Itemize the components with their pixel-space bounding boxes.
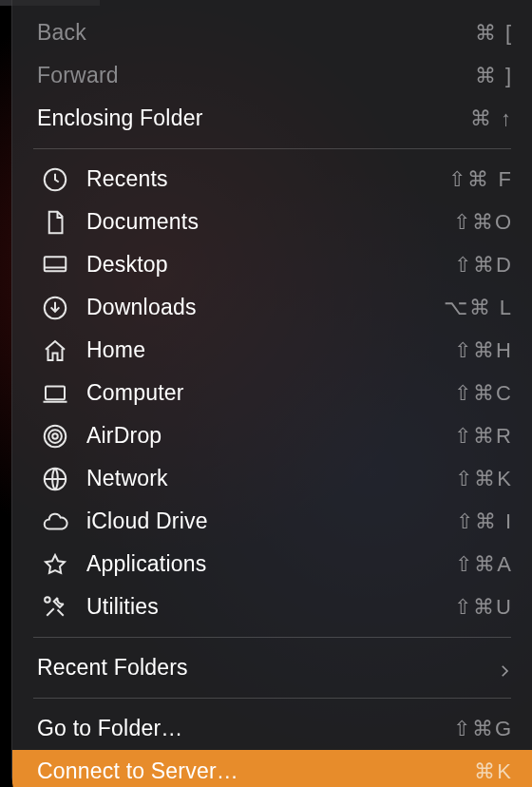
menu-item-downloads[interactable]: Downloads ⌥⌘ L (12, 286, 532, 329)
applications-icon (41, 550, 69, 579)
menu-item-airdrop[interactable]: AirDrop ⇧⌘R (12, 414, 532, 457)
airdrop-icon (41, 422, 69, 451)
svg-point-4 (52, 433, 58, 439)
home-icon (41, 336, 69, 365)
menu-shortcut: ⇧⌘A (455, 552, 513, 577)
menu-shortcut: ⌥⌘ L (444, 296, 513, 320)
menu-label-forward: Forward (37, 63, 475, 88)
network-icon (41, 465, 69, 493)
menu-label-back: Back (37, 20, 475, 46)
menu-item-go-to-folder[interactable]: Go to Folder… ⇧⌘G (12, 707, 532, 750)
menu-shortcut-goto: ⇧⌘G (453, 717, 513, 741)
download-icon (41, 294, 69, 322)
menu-separator (33, 698, 511, 699)
menu-label-recent-folders: Recent Folders (37, 655, 496, 681)
menu-label: AirDrop (86, 423, 454, 449)
menu-label: Documents (86, 209, 453, 235)
menu-label: Applications (86, 551, 455, 577)
menu-shortcut-forward: ⌘ ] (475, 64, 513, 88)
menu-item-recent-folders[interactable]: Recent Folders (12, 646, 532, 689)
menu-label: Computer (86, 380, 454, 406)
chevron-right-icon (496, 660, 513, 677)
svg-rect-1 (45, 257, 66, 271)
desktop-icon (41, 251, 69, 279)
menu-shortcut: ⇧⌘R (454, 424, 513, 449)
menu-item-desktop[interactable]: Desktop ⇧⌘D (12, 243, 532, 286)
menu-label: iCloud Drive (86, 509, 456, 534)
menu-label: Home (86, 337, 454, 363)
menu-separator (33, 148, 511, 149)
menu-shortcut-back: ⌘ [ (475, 21, 513, 46)
menu-item-back: Back ⌘ [ (12, 11, 532, 54)
menu-label: Network (86, 466, 455, 491)
menu-shortcut: ⇧⌘D (454, 253, 513, 278)
utilities-icon (41, 593, 69, 622)
clock-icon (41, 165, 69, 194)
menu-shortcut: ⇧⌘ I (456, 509, 513, 534)
menu-item-computer[interactable]: Computer ⇧⌘C (12, 372, 532, 414)
menu-item-network[interactable]: Network ⇧⌘K (12, 457, 532, 500)
menu-item-forward: Forward ⌘ ] (12, 54, 532, 97)
menu-item-icloud[interactable]: iCloud Drive ⇧⌘ I (12, 500, 532, 543)
menu-separator (33, 637, 511, 638)
menu-shortcut: ⇧⌘ F (448, 167, 513, 192)
menu-label: Utilities (86, 594, 454, 620)
menu-item-connect-to-server[interactable]: Connect to Server… ⌘K (12, 750, 532, 787)
menu-item-utilities[interactable]: Utilities ⇧⌘U (12, 585, 532, 628)
menu-shortcut: ⇧⌘O (453, 210, 513, 235)
menu-label: Desktop (86, 252, 454, 278)
go-menu-panel: Back ⌘ [ Forward ⌘ ] Enclosing Folder ⌘ … (11, 0, 532, 787)
menu-label-connect: Connect to Server… (37, 758, 474, 784)
menu-label: Recents (86, 166, 448, 192)
document-icon (41, 208, 69, 237)
svg-point-5 (48, 430, 62, 443)
menu-item-recents[interactable]: Recents ⇧⌘ F (12, 158, 532, 201)
svg-point-8 (45, 597, 50, 603)
menu-shortcut: ⇧⌘K (455, 467, 513, 491)
computer-icon (41, 379, 69, 408)
menu-item-enclosing-folder[interactable]: Enclosing Folder ⌘ ↑ (12, 97, 532, 140)
menu-shortcut-enclosing: ⌘ ↑ (470, 106, 513, 131)
menu-label: Downloads (86, 295, 444, 320)
menu-item-documents[interactable]: Documents ⇧⌘O (12, 201, 532, 243)
svg-rect-3 (46, 386, 65, 399)
menu-item-home[interactable]: Home ⇧⌘H (12, 329, 532, 372)
menu-shortcut: ⇧⌘H (454, 338, 513, 363)
menu-shortcut: ⇧⌘U (454, 595, 513, 620)
menu-item-applications[interactable]: Applications ⇧⌘A (12, 543, 532, 585)
menu-label-goto: Go to Folder… (37, 716, 453, 741)
menu-label-enclosing: Enclosing Folder (37, 106, 470, 131)
menu-shortcut: ⇧⌘C (454, 381, 513, 406)
menu-shortcut-connect: ⌘K (474, 759, 513, 784)
cloud-icon (41, 508, 69, 536)
